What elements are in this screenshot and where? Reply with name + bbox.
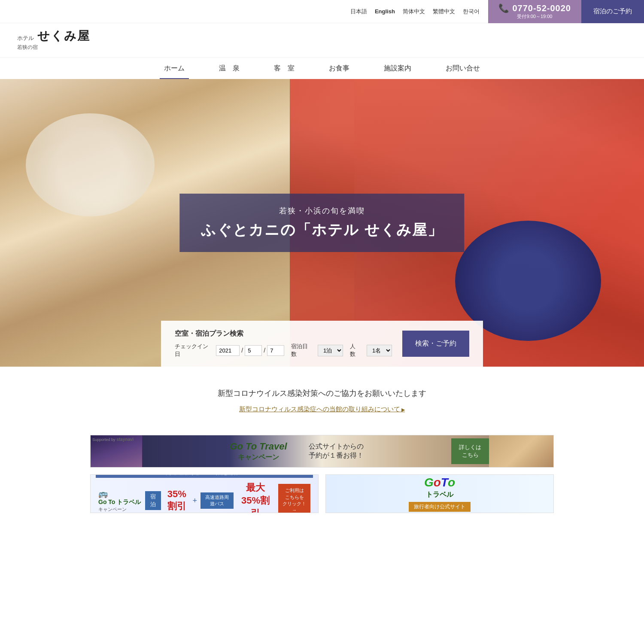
nav-contact[interactable]: お問い合せ	[441, 58, 484, 79]
notice-link[interactable]: 新型コロナウィルス感染症への当館の取り組みについて	[239, 405, 405, 413]
hero-overlay: 若狭・小浜の旬を満喫 ふぐとカニの「ホテル せくみ屋」	[179, 194, 464, 252]
banner-detail-button[interactable]: 詳しくは こちら	[451, 438, 489, 464]
banner-image-right	[489, 435, 553, 468]
header: ホテル せくみ屋 若狭の宿 ホーム 温 泉 客 室 お食事 施設案内 お問い合せ	[0, 23, 644, 79]
nav-onsen[interactable]: 温 泉	[215, 58, 244, 79]
lang-traditional-chinese[interactable]: 繁體中文	[433, 8, 455, 15]
banners-section: Supported by staynavi Go To Travel キャンペー…	[0, 426, 644, 522]
search-date: / /	[216, 345, 284, 356]
plus-sign: +	[192, 496, 197, 505]
goto-official-banner[interactable]: GoTo トラベル 旅行者向け公式サイト	[325, 474, 554, 513]
staynavi-badge: Supported by staynavi	[92, 437, 134, 442]
banner-center: Go To Travel キャンペーン 公式サイトからの 予約が１番お得！	[142, 441, 451, 462]
nav-home[interactable]: ホーム	[160, 58, 189, 79]
nav-rooms[interactable]: 客 室	[270, 58, 299, 79]
phone-hours: 受付9:00～19:00	[517, 13, 552, 20]
click-here-button[interactable]: ご利用は こちらを クリック！ →	[278, 484, 310, 513]
banner-tagline: 公式サイトからの 予約が１番お得！	[309, 442, 364, 460]
goto-sub: キャンペーン	[230, 453, 287, 462]
phone-number: 📞 0770-52-0020	[498, 3, 571, 13]
logo[interactable]: ホテル せくみ屋 若狭の宿	[17, 30, 90, 51]
date-sep-2: /	[264, 347, 265, 354]
goto-travel-logo: 🚌 Go To トラベル キャンペーン	[98, 489, 141, 513]
goto-banner[interactable]: Supported by staynavi Go To Travel キャンペー…	[90, 435, 554, 468]
lang-korean[interactable]: 한국어	[463, 8, 480, 15]
persons-label: 人数	[350, 343, 360, 358]
goto-logo: Go To Travel	[230, 441, 287, 452]
logo-hotel-label: ホテル	[17, 34, 34, 42]
nav-facilities[interactable]: 施設案内	[380, 58, 416, 79]
date-sep-1: /	[241, 347, 243, 354]
checkin-label: チェックイン日	[175, 343, 209, 358]
lang-english[interactable]: English	[375, 8, 395, 15]
checkin-year-input[interactable]	[216, 345, 240, 356]
hero-subtitle: 若狭・小浜の旬を満喫	[201, 206, 443, 216]
phone-icon: 📞	[498, 3, 510, 13]
nav-dining[interactable]: お食事	[325, 58, 354, 79]
goto-official-content: GoTo トラベル 旅行者向け公式サイト	[326, 474, 553, 513]
logo-subtitle: 若狭の宿	[17, 44, 38, 51]
goto-travel-label: トラベル	[426, 490, 453, 499]
search-box: 空室・宿泊プラン検索 チェックイン日 / / 宿泊日数 1泊2泊3泊 人数 1名…	[161, 321, 483, 367]
bus-discount: 最大35%割引	[237, 481, 274, 513]
notice-section: 新型コロナウイルス感染対策へのご協力をお願いいたします 新型コロナウィルス感染症…	[0, 367, 644, 426]
discount-info: 宿泊 35%割引 + 高速道路周遊バス 最大35%割引	[145, 481, 274, 513]
bus-label: 高速道路周遊バス	[200, 492, 234, 509]
goto-travel-main: Go To トラベル	[98, 498, 141, 506]
lang-simplified-chinese[interactable]: 简体中文	[403, 8, 425, 15]
nights-select[interactable]: 1泊2泊3泊	[318, 345, 343, 356]
bus-icon: 🚌	[98, 489, 108, 498]
hero-title: ふぐとカニの「ホテル せくみ屋」	[201, 220, 443, 240]
persons-select[interactable]: 1名2名3名4名	[367, 345, 392, 356]
highway-discount-banner[interactable]: 高速道路周遊バスの限定割引!!! 🚌 Go To トラベル キャンペーン 宿泊 …	[90, 474, 319, 513]
stay-label: 宿泊	[145, 491, 161, 510]
search-title: 空室・宿泊プラン検索	[175, 329, 392, 338]
search-button[interactable]: 検索・ご予約	[402, 331, 469, 357]
checkin-day-input[interactable]	[267, 345, 284, 356]
stay-discount: 35%割引	[164, 489, 189, 513]
search-left: 空室・宿泊プラン検索 チェックイン日 / / 宿泊日数 1泊2泊3泊 人数 1名…	[175, 329, 392, 358]
banner-row: 高速道路周遊バスの限定割引!!! 🚌 Go To トラベル キャンペーン 宿泊 …	[90, 474, 554, 513]
phone-box: 📞 0770-52-0020 受付9:00～19:00	[488, 0, 581, 23]
reserve-button[interactable]: 宿泊のご予約	[581, 0, 644, 23]
nights-label: 宿泊日数	[291, 343, 311, 358]
top-bar: 日本語 English 简体中文 繁體中文 한국어 📞 0770-52-0020…	[0, 0, 644, 23]
goto-travel-campaign: キャンペーン	[98, 506, 127, 513]
checkin-month-input[interactable]	[245, 345, 262, 356]
logo-name: せくみ屋	[37, 30, 90, 43]
goto-site-label: 旅行者向け公式サイト	[409, 502, 471, 512]
highway-banner-content: 高速道路周遊バスの限定割引!!! 🚌 Go To トラベル キャンペーン 宿泊 …	[91, 474, 318, 513]
notice-text: 新型コロナウイルス感染対策へのご協力をお願いいたします	[17, 388, 627, 398]
hero-section: 若狭・小浜の旬を満喫 ふぐとカニの「ホテル せくみ屋」 空室・宿泊プラン検索 チ…	[0, 79, 644, 367]
main-nav: ホーム 温 泉 客 室 お食事 施設案内 お問い合せ	[0, 58, 644, 79]
search-fields: チェックイン日 / / 宿泊日数 1泊2泊3泊 人数 1名2名3名4名	[175, 343, 392, 358]
highway-banner-title: 高速道路周遊バスの限定割引!!!	[96, 474, 313, 478]
hero-plate-white	[26, 113, 155, 216]
logo-bar: ホテル せくみ屋 若狭の宿	[0, 23, 644, 58]
lang-japanese[interactable]: 日本語	[350, 8, 367, 15]
highway-banner-body: 🚌 Go To トラベル キャンペーン 宿泊 35%割引 + 高速道路周遊バス …	[96, 481, 313, 513]
language-nav: 日本語 English 简体中文 繁體中文 한국어	[350, 8, 488, 15]
goto-official-logo: GoTo	[424, 476, 455, 489]
